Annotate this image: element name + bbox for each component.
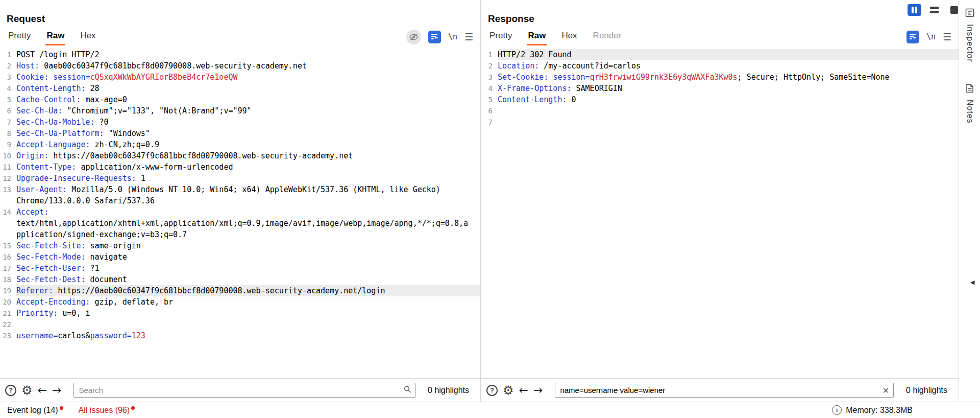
line-number: 3 xyxy=(481,72,498,83)
request-search-input[interactable] xyxy=(74,383,415,398)
notes-icon xyxy=(966,84,974,95)
soft-wrap-toggle-icon[interactable] xyxy=(428,31,441,43)
line-number: 3 xyxy=(0,72,16,83)
inspector-label: Inspector xyxy=(965,24,974,62)
code-line-9[interactable]: 9Accept-Language: zh-CN,zh;q=0.9 xyxy=(0,139,480,150)
response-tab-render[interactable]: Render xyxy=(592,28,623,45)
line-number: 15 xyxy=(0,240,16,251)
code-line-10[interactable]: 10Origin: https://0aeb00c60347f9c681bbcf… xyxy=(0,150,480,161)
code-line-22[interactable]: 22 xyxy=(0,319,480,330)
all-issues-label: All issues (96) xyxy=(79,406,130,415)
sidebar-tab-inspector[interactable]: Inspector xyxy=(965,8,974,62)
line-number: 7 xyxy=(481,117,498,128)
code-line-7[interactable]: 7Sec-Ch-Ua-Mobile: ?0 xyxy=(0,117,480,128)
line-number: 1 xyxy=(0,49,16,60)
help-icon[interactable]: ? xyxy=(486,385,498,396)
line-content: Cache-Control: max-age=0 xyxy=(16,94,480,105)
code-line-15[interactable]: 15Sec-Fetch-Site: same-origin xyxy=(0,240,480,251)
layout-rows-button[interactable] xyxy=(927,4,941,16)
code-line-13[interactable]: 13User-Agent: Mozilla/5.0 (Windows NT 10… xyxy=(0,184,480,206)
settings-gear-icon[interactable]: ⚙ xyxy=(503,384,514,397)
code-line-11[interactable]: 11Content-Type: application/x-www-form-u… xyxy=(0,161,480,173)
code-line-16[interactable]: 16Sec-Fetch-Mode: navigate xyxy=(0,251,480,263)
request-highlights-count: 0 highlights xyxy=(428,386,469,395)
request-search-input-wrap xyxy=(74,383,415,398)
line-content: Referer: https://0aeb00c60347f9c681bbcf8… xyxy=(16,285,480,296)
code-line-17[interactable]: 17Sec-Fetch-User: ?1 xyxy=(0,263,480,274)
line-number: 1 xyxy=(481,49,498,60)
previous-match-icon[interactable]: ← xyxy=(38,385,47,396)
code-line-12[interactable]: 12Upgrade-Insecure-Requests: 1 xyxy=(0,173,480,184)
code-line-2[interactable]: 2Host: 0aeb00c60347f9c681bbcf8d00790008.… xyxy=(0,60,480,72)
line-content: Location: /my-account?id=carlos xyxy=(498,60,959,72)
hide-noncritical-headers-icon[interactable] xyxy=(406,30,421,44)
collapse-panel-arrow[interactable]: ◀ xyxy=(970,279,974,286)
code-line-6[interactable]: 6 xyxy=(481,105,959,117)
info-icon: i xyxy=(832,405,842,415)
line-number: 6 xyxy=(0,105,16,117)
code-line-21[interactable]: 21Priority: u=0, i xyxy=(0,308,480,319)
line-number: 21 xyxy=(0,308,16,319)
line-content xyxy=(498,117,959,128)
response-tabs-row: Pretty Raw Hex Render \n ☰ xyxy=(481,25,959,45)
previous-match-icon[interactable]: ← xyxy=(519,385,528,396)
next-match-icon[interactable]: → xyxy=(533,385,543,396)
code-line-1[interactable]: 1HTTP/2 302 Found xyxy=(481,49,959,60)
code-line-4[interactable]: 4X-Frame-Options: SAMEORIGIN xyxy=(481,83,959,94)
code-line-2[interactable]: 2Location: /my-account?id=carlos xyxy=(481,60,959,72)
request-tab-pretty[interactable]: Pretty xyxy=(7,28,32,45)
editor-menu-icon[interactable]: ☰ xyxy=(464,32,473,42)
response-tab-hex[interactable]: Hex xyxy=(560,28,578,45)
event-log-button[interactable]: Event log (14) xyxy=(7,406,63,415)
response-panel: Response Pretty Raw Hex Render \n ☰ 1HTT… xyxy=(481,0,959,402)
code-line-3[interactable]: 3Cookie: session=cQSxqXWkWbAYGRIorB8beB4… xyxy=(0,72,480,83)
code-line-6[interactable]: 6Sec-Ch-Ua: "Chromium";v="133", "Not(A:B… xyxy=(0,105,480,117)
settings-gear-icon[interactable]: ⚙ xyxy=(21,384,33,397)
all-issues-button[interactable]: All issues (96) xyxy=(79,406,135,415)
line-number: 7 xyxy=(0,117,16,128)
code-line-23[interactable]: 23username=carlos&password=123 xyxy=(0,330,480,341)
clear-search-icon[interactable]: ✕ xyxy=(883,385,889,395)
code-line-8[interactable]: 8Sec-Ch-Ua-Platform: "Windows" xyxy=(0,128,480,139)
newline-visibility-toggle[interactable]: \n xyxy=(448,32,457,41)
response-search-bar: ? ⚙ ← → ✕ 0 highlights xyxy=(481,378,959,402)
layout-columns-button[interactable] xyxy=(908,4,921,16)
code-line-4[interactable]: 4Content-Length: 28 xyxy=(0,83,480,94)
code-line-5[interactable]: 5Content-Length: 0 xyxy=(481,94,959,105)
code-line-19[interactable]: 19Referer: https://0aeb00c60347f9c681bbc… xyxy=(0,285,480,296)
soft-wrap-toggle-icon[interactable] xyxy=(906,31,919,43)
code-line-18[interactable]: 18Sec-Fetch-Dest: document xyxy=(0,274,480,285)
response-editor[interactable]: 1HTTP/2 302 Found2Location: /my-account?… xyxy=(481,45,959,378)
code-line-5[interactable]: 5Cache-Control: max-age=0 xyxy=(0,94,480,105)
next-match-icon[interactable]: → xyxy=(52,385,61,396)
help-icon[interactable]: ? xyxy=(5,385,16,396)
newline-visibility-toggle[interactable]: \n xyxy=(926,32,936,41)
line-number: 20 xyxy=(0,296,16,308)
layout-controls xyxy=(908,4,961,16)
line-number: 14 xyxy=(0,206,16,240)
line-content: Sec-Ch-Ua: "Chromium";v="133", "Not(A:Br… xyxy=(16,105,480,117)
request-editor[interactable]: 1POST /login HTTP/22Host: 0aeb00c60347f9… xyxy=(0,45,480,378)
request-tab-hex[interactable]: Hex xyxy=(79,28,96,45)
line-content: Sec-Ch-Ua-Platform: "Windows" xyxy=(16,128,480,139)
line-number: 2 xyxy=(0,60,16,72)
response-search-input[interactable] xyxy=(555,383,894,398)
response-tab-pretty[interactable]: Pretty xyxy=(488,28,513,45)
memory-label: Memory: 338.3MB xyxy=(846,406,913,415)
code-line-7[interactable]: 7 xyxy=(481,117,959,128)
line-content: HTTP/2 302 Found xyxy=(498,49,959,60)
response-search-input-wrap: ✕ xyxy=(555,383,894,398)
code-line-3[interactable]: 3Set-Cookie: session=qrH3frwiwiG99rnk3E6… xyxy=(481,72,959,83)
all-issues-alert-dot xyxy=(131,406,135,410)
line-content: Sec-Ch-Ua-Mobile: ?0 xyxy=(16,117,480,128)
code-line-20[interactable]: 20Accept-Encoding: gzip, deflate, br xyxy=(0,296,480,308)
editor-menu-icon[interactable]: ☰ xyxy=(943,32,951,42)
response-tab-raw[interactable]: Raw xyxy=(527,28,547,45)
request-tab-raw[interactable]: Raw xyxy=(45,28,65,45)
code-line-14[interactable]: 14Accept:text/html,application/xhtml+xml… xyxy=(0,206,480,240)
line-number: 22 xyxy=(0,319,16,330)
code-line-1[interactable]: 1POST /login HTTP/2 xyxy=(0,49,480,60)
request-search-bar: ? ⚙ ← → 0 highlights xyxy=(0,378,480,402)
event-log-alert-dot xyxy=(60,406,63,410)
sidebar-tab-notes[interactable]: Notes xyxy=(965,84,974,124)
